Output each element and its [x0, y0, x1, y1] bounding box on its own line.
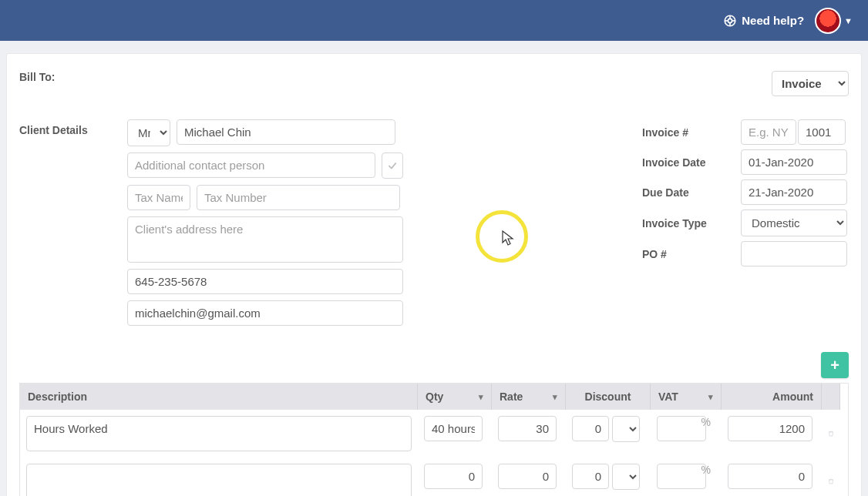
percent-icon: %: [701, 464, 711, 476]
vat-input[interactable]: [657, 416, 706, 441]
address-input[interactable]: [127, 216, 403, 263]
discount-unit-select[interactable]: #: [612, 416, 640, 442]
additional-contact-input[interactable]: [127, 152, 375, 178]
document-type-select[interactable]: Invoice: [772, 71, 849, 96]
due-date-label: Due Date: [642, 186, 735, 199]
phone-input[interactable]: [127, 269, 403, 294]
discount-input[interactable]: [572, 416, 609, 441]
trash-icon[interactable]: [828, 427, 834, 440]
qty-input[interactable]: [424, 464, 483, 489]
po-input[interactable]: [741, 241, 847, 266]
discount-unit-select[interactable]: #: [612, 464, 640, 490]
check-icon: [387, 160, 398, 171]
plus-icon: +: [830, 357, 839, 374]
chevron-down-icon: ▾: [708, 392, 713, 402]
desc-input[interactable]: [26, 416, 412, 451]
avatar-icon: [815, 8, 841, 34]
bill-to-label: Bill To:: [19, 71, 55, 83]
col-actions: [822, 384, 840, 410]
rate-input[interactable]: [498, 464, 557, 489]
qty-input[interactable]: [424, 416, 483, 441]
invoice-num-suffix-input[interactable]: [798, 119, 846, 145]
chevron-down-icon: ▾: [479, 392, 483, 402]
confirm-contact-button[interactable]: [382, 152, 403, 179]
svg-point-1: [728, 18, 732, 22]
invoice-num-label: Invoice #: [642, 126, 735, 139]
percent-icon: %: [701, 416, 711, 428]
need-help-label: Need help?: [742, 14, 804, 27]
po-label: PO #: [642, 248, 735, 260]
amount-output: [728, 464, 812, 489]
chevron-down-icon: ▼: [844, 16, 853, 25]
invoice-num-prefix-input[interactable]: [741, 119, 796, 145]
vat-input[interactable]: [657, 464, 706, 489]
client-details-label: Client Details: [19, 119, 104, 326]
col-qty[interactable]: Qty▾: [418, 384, 492, 410]
col-description: Description: [20, 384, 418, 410]
add-row-button[interactable]: +: [821, 352, 849, 378]
tax-name-input[interactable]: [127, 185, 190, 210]
invoice-date-label: Invoice Date: [642, 156, 735, 169]
email-input[interactable]: [127, 300, 403, 326]
rate-input[interactable]: [498, 416, 557, 441]
invoice-date-input[interactable]: [741, 149, 847, 175]
col-discount: Discount: [566, 384, 651, 410]
col-vat[interactable]: VAT▾: [651, 384, 722, 410]
user-menu[interactable]: ▼: [815, 8, 853, 34]
invoice-type-label: Invoice Type: [642, 217, 735, 230]
col-amount: Amount: [722, 384, 822, 410]
col-rate[interactable]: Rate▾: [492, 384, 566, 410]
tax-number-input[interactable]: [197, 185, 400, 210]
due-date-input[interactable]: [741, 179, 847, 205]
help-icon: [723, 14, 737, 28]
invoice-type-select[interactable]: Domestic: [741, 209, 847, 236]
discount-input[interactable]: [572, 464, 609, 489]
chevron-down-icon: ▾: [553, 392, 557, 402]
title-select[interactable]: Mr.: [127, 119, 170, 146]
need-help-link[interactable]: Need help?: [723, 14, 804, 28]
desc-input[interactable]: [26, 464, 412, 496]
amount-output: [728, 416, 812, 441]
client-name-input[interactable]: [177, 119, 395, 145]
trash-icon[interactable]: [828, 475, 834, 488]
